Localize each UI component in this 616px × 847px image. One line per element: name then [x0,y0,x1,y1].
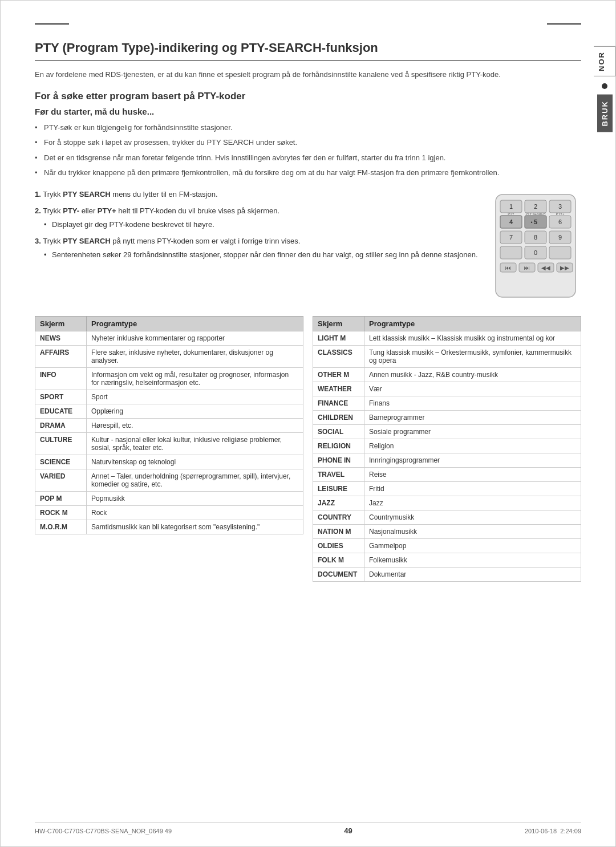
top-line-right [547,23,581,25]
left-table-col1-header: Skjerm [35,316,87,331]
skjerm-cell: M.O.R.M [35,520,87,534]
svg-text:PTY+: PTY+ [556,212,565,216]
skjerm-cell: SOCIAL [313,424,364,439]
svg-text:⏮: ⏮ [505,265,511,271]
remote-control-image: 1 2 3 4 • 5 6 PTY PTY SEARCH PTY+ 7 [490,189,581,305]
table-row: LIGHT MLett klassisk musikk – Klassisk m… [313,331,581,345]
skjerm-cell: FINANCE [313,396,364,410]
bruk-tab-wrapper: BRUK [594,83,615,132]
skjerm-cell: EDUCATE [35,404,87,418]
pty-search-label-1: PTY SEARCH [63,190,111,198]
svg-text:◀◀: ◀◀ [541,265,550,271]
right-table-col2-header: Programtype [364,316,581,331]
skjerm-cell: SCIENCE [35,455,87,469]
skjerm-cell: AFFAIRS [35,345,87,367]
skjerm-cell: ROCK M [35,505,87,520]
table-row: DOCUMENTDokumentar [313,567,581,581]
table-row: POP MPopmusikk [35,491,303,505]
bullet-item: PTY-søk er kun tilgjengelig for forhånds… [35,122,581,133]
table-row: SCIENCENaturvitenskap og teknologi [35,455,303,469]
right-table-col1-header: Skjerm [313,316,364,331]
page: NOR BRUK PTY (Program Type)-indikering o… [0,0,616,847]
left-table-col2-header: Programtype [87,316,303,331]
skjerm-cell: SPORT [35,390,87,404]
svg-text:4: 4 [509,218,513,225]
skjerm-cell: CULTURE [35,432,87,455]
programtype-cell: Barneprogrammer [364,410,581,424]
svg-rect-23 [500,246,522,259]
programtype-cell: Folkemusikk [364,553,581,567]
table-row: RELIGIONReligion [313,439,581,453]
table-row: SOCIALSosiale programmer [313,424,581,439]
footer-model: HW-C700-C770S-C770BS-SENA_NOR_0649 49 [35,828,172,834]
skjerm-cell: DOCUMENT [313,567,364,581]
table-row: DRAMAHørespill, etc. [35,418,303,432]
skjerm-cell: OTHER M [313,367,364,382]
table-row: FOLK MFolkemusikk [313,553,581,567]
svg-text:3: 3 [558,203,562,210]
table-row: OLDIESGammelpop [313,538,581,553]
skjerm-cell: LEISURE [313,481,364,496]
table-row: WEATHERVær [313,382,581,396]
programtype-cell: Annen musikk - Jazz, R&B country-musikk [364,367,581,382]
table-row: PHONE INInnringingsprogrammer [313,453,581,467]
table-row: CLASSICSTung klassisk musikk – Orkesterm… [313,345,581,367]
sub-bullet-item: Senterenheten søker 29 forhåndsinnstilte… [44,249,479,261]
table-row: SPORTSport [35,390,303,404]
table-row: FINANCEFinans [313,396,581,410]
svg-text:PTY: PTY [508,212,514,216]
skjerm-cell: TRAVEL [313,467,364,481]
tables-section: Skjerm Programtype NEWSNyheter inklusive… [35,316,581,582]
page-footer: HW-C700-C770S-C770BS-SENA_NOR_0649 49 49… [35,822,581,835]
skjerm-cell: DRAMA [35,418,87,432]
steps-section: 1. Trykk PTY SEARCH mens du lytter til e… [35,189,581,305]
top-line-left [35,23,69,25]
skjerm-cell: OLDIES [313,538,364,553]
svg-text:PTY SEARCH: PTY SEARCH [525,212,545,216]
programtype-cell: Sport [87,390,303,404]
programtype-cell: Flere saker, inklusive nyheter, dokument… [87,345,303,367]
step-num: 3. [35,237,41,245]
section1-title: For å søke etter program basert på PTY-k… [35,91,581,102]
svg-text:•: • [530,220,532,225]
svg-text:1: 1 [509,203,513,210]
svg-text:⏭: ⏭ [524,265,530,271]
pty-minus-label: PTY- [63,206,79,215]
steps-list: 1. Trykk PTY SEARCH mens du lytter til e… [35,189,479,261]
skjerm-cell: INFO [35,367,87,390]
programtype-cell: Informasjon om vekt og mål, resultater o… [87,367,303,390]
side-tabs: NOR BRUK [594,46,615,132]
skjerm-cell: FOLK M [313,553,364,567]
step-1: 1. Trykk PTY SEARCH mens du lytter til e… [35,189,479,200]
table-row: NEWSNyheter inklusive kommentarer og rap… [35,331,303,345]
right-table: Skjerm Programtype LIGHT MLett klassisk … [313,316,581,582]
skjerm-cell: CLASSICS [313,345,364,367]
programtype-cell: Fritid [364,481,581,496]
footer-datetime: 2010-06-18 2:24:09 [525,828,581,834]
skjerm-cell: CHILDREN [313,410,364,424]
table-row: INFOInformasjon om vekt og mål, resultat… [35,367,303,390]
svg-text:▶▶: ▶▶ [560,265,569,271]
table-row: OTHER MAnnen musikk - Jazz, R&B country-… [313,367,581,382]
table-row: COUNTRYCountrymusikk [313,510,581,524]
programtype-cell: Nyheter inklusive kommentarer og rapport… [87,331,303,345]
programtype-cell: Jazz [364,496,581,510]
programtype-cell: Tung klassisk musikk – Orkestermusikk, s… [364,345,581,367]
svg-text:6: 6 [558,218,562,225]
programtype-cell: Samtidsmusikk kan bli kategorisert som "… [87,520,303,534]
pty-plus-label: PTY+ [98,206,116,215]
skjerm-cell: NEWS [35,331,87,345]
left-table-wrapper: Skjerm Programtype NEWSNyheter inklusive… [35,316,303,582]
svg-text:9: 9 [558,234,562,241]
step-2: 2. Trykk PTY- eller PTY+ helt til PTY-ko… [35,205,479,230]
skjerm-cell: JAZZ [313,496,364,510]
sub-bullet-list: Displayet gir deg PTY-kodene beskrevet t… [35,219,479,230]
subsection-title: Før du starter, må du huske... [35,107,581,116]
top-lines [35,23,581,25]
page-title: PTY (Program Type)-indikering og PTY-SEA… [35,40,581,61]
bruk-tab: BRUK [597,95,613,132]
sub-bullet-list: Senterenheten søker 29 forhåndsinnstilte… [35,249,479,261]
skjerm-cell: PHONE IN [313,453,364,467]
programtype-cell: Sosiale programmer [364,424,581,439]
table-row: VARIEDAnnet – Taler, underholdning (spør… [35,469,303,491]
